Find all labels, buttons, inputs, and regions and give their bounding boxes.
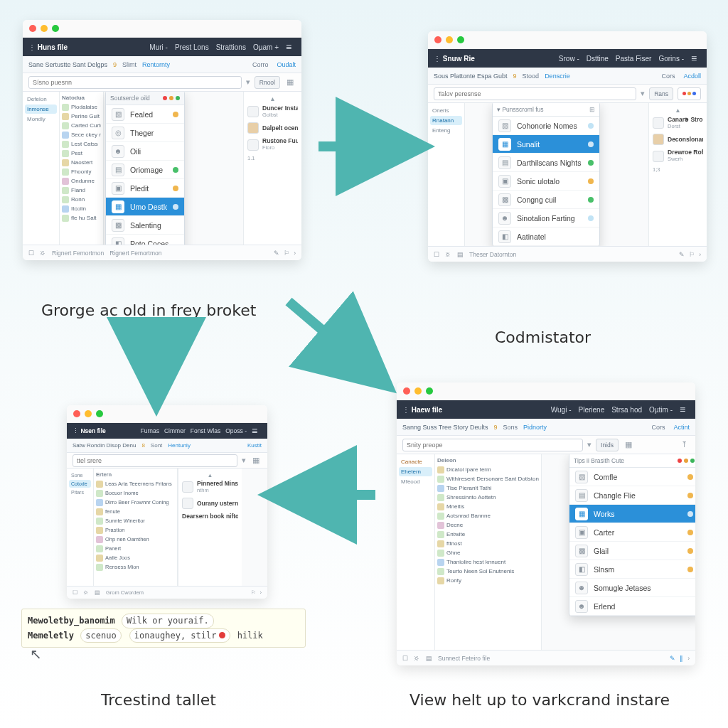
badge-box[interactable] [678, 87, 701, 100]
edit-icon[interactable]: ✎ [274, 250, 279, 257]
dropdown-item-selected[interactable]: ▦Sunalit [493, 135, 599, 154]
tree-row[interactable]: Ghne [437, 548, 539, 557]
nav-item[interactable]: Cimmer [164, 427, 186, 434]
tree-row[interactable]: Thaniolire hest knnuent [437, 557, 539, 567]
tree-row[interactable]: Panert [96, 544, 175, 553]
tree-row[interactable]: Lest Catss [62, 139, 101, 149]
right-row[interactable]: Pinnered Minstocknthm [182, 481, 238, 493]
right-tab[interactable]: Corro [252, 61, 269, 68]
tree-row[interactable]: fttnost [437, 539, 539, 548]
tree-row[interactable]: Withiresent Dersonare Sant Dotiston [437, 474, 539, 483]
tree-row[interactable]: Perine Gult [62, 112, 101, 121]
nav-item[interactable]: Dsttine [587, 55, 609, 63]
tree-row[interactable]: Ohp nen Oamthen [96, 535, 175, 544]
status-icon[interactable]: ☐ [434, 251, 439, 258]
status-icon[interactable]: ⛭ [414, 655, 420, 662]
tree-row[interactable]: Mneitis [437, 502, 539, 511]
menu-icon[interactable]: ⋮ [28, 43, 36, 51]
tree-row[interactable]: Tlse Pieranlt Tathi [437, 483, 539, 493]
lnav-item[interactable]: Defelon [25, 95, 57, 104]
right-row[interactable]: Drewroe RofohlestoSwerh [653, 149, 703, 162]
dropdown-item[interactable]: ▣Sonic ulotalo [493, 172, 599, 191]
tree-row[interactable]: Decne [437, 520, 539, 530]
lnav-item[interactable]: Sone [69, 471, 91, 479]
right-row[interactable]: Ourany usterneor [182, 498, 238, 509]
dropdown-item[interactable]: ☻Somugle Jetases [569, 579, 695, 597]
dropdown-item-selected[interactable]: ▦Umo Destlo [106, 198, 184, 216]
menu-icon[interactable]: ⋮ [73, 427, 79, 434]
tree-row[interactable]: Leas Arta Teeernens Fritans [96, 479, 175, 488]
dropdown-item[interactable]: ◧Poto Coces [106, 235, 184, 245]
hamburger-icon[interactable] [286, 42, 296, 52]
next-icon[interactable]: › [294, 250, 296, 257]
status-icon[interactable]: ☐ [402, 655, 408, 662]
nav-item[interactable]: Fonst Wlas [191, 427, 221, 434]
right-tab[interactable]: Cors [661, 73, 675, 80]
lnav-item[interactable]: Oneris [430, 106, 462, 115]
next-icon[interactable]: › [699, 251, 701, 258]
tree-row[interactable]: fenute [96, 507, 175, 516]
tree-row[interactable]: Bocuor Inome [96, 488, 175, 498]
upload-icon[interactable]: ⤒ [678, 439, 690, 451]
lnav-item[interactable]: Mfeood [399, 477, 432, 486]
dropdown-item[interactable]: ▣Pledit [106, 179, 184, 198]
edit-icon[interactable]: ✎ [679, 251, 685, 258]
lnav-item[interactable]: Pitars [69, 488, 91, 496]
dropdown-item[interactable]: ▩Congng cuil [493, 191, 599, 209]
tree-row[interactable]: Teurto Neen Sol Enutnenis [437, 567, 539, 576]
dropdown-item[interactable]: ▤Oriomage [106, 161, 184, 179]
right-row[interactable]: Dearsern book niftolit [182, 513, 238, 520]
icon[interactable]: ▦ [250, 455, 262, 466]
menu-icon[interactable]: ⋮ [402, 406, 410, 414]
lnav-item-selected[interactable]: Ehetern [399, 467, 432, 476]
dropdown-item[interactable]: ☻Erlend [569, 597, 695, 616]
dropdown-item[interactable]: ▧Cohonorie Nomes [493, 117, 599, 135]
tree-row[interactable]: Prastion [96, 525, 175, 535]
dropdown-item[interactable]: ☻Sinotalion Farting [493, 209, 599, 228]
tree-row[interactable]: Sece ckey nem [62, 130, 101, 139]
lnav-item-selected[interactable]: Inmonse [25, 105, 57, 114]
hamburger-icon[interactable] [252, 426, 262, 436]
flag-icon[interactable]: ⚐ [284, 250, 289, 257]
status-icon[interactable]: ⛭ [40, 250, 46, 257]
nav-item[interactable]: Pleriene [579, 406, 605, 414]
tree-row[interactable]: Ondunne [62, 176, 101, 186]
dropdown-item[interactable]: ▤Changle Flie [569, 486, 695, 505]
tree-row[interactable]: Naostert [62, 158, 101, 167]
right-row[interactable]: Rustone FuuotnucsFloro [247, 138, 298, 151]
lnav-item-selected[interactable]: Cotode [69, 480, 91, 488]
right-tab[interactable]: Cors [651, 424, 665, 431]
status-icon[interactable]: ⛭ [445, 251, 451, 258]
tab[interactable]: Sont [151, 442, 162, 449]
tree-row[interactable]: Piodalaise [62, 102, 101, 112]
tab-active[interactable]: Hentunly [168, 442, 191, 449]
menu-icon[interactable]: ⋮ [434, 55, 441, 63]
nav-item[interactable]: Oposs - [225, 427, 247, 434]
tree-row[interactable]: fle hu Salt [62, 213, 101, 223]
lnav-item[interactable]: Mondly [25, 114, 57, 124]
search-input[interactable] [402, 439, 583, 451]
tab-active[interactable]: Pidnorty [523, 424, 547, 431]
status-icon[interactable]: ☐ [73, 589, 77, 596]
next-icon[interactable]: › [687, 655, 690, 662]
dropdown-item[interactable]: ◎Theger [106, 124, 184, 142]
right-row[interactable]: Canarə StronesDorst [653, 117, 703, 129]
pill-button[interactable]: Inids [596, 439, 619, 451]
nav-item[interactable]: Prest Lons [175, 43, 209, 51]
dropdown-item[interactable]: ▣Carter [569, 523, 695, 542]
right-row[interactable]: Deconslonanet Filios [653, 134, 703, 145]
right-tab[interactable]: Kustit [247, 442, 262, 449]
nav-item[interactable]: Gorins - [658, 55, 684, 63]
grid-icon[interactable]: ▦ [623, 439, 634, 451]
right-tab[interactable]: Oudalt [277, 61, 296, 68]
nav-item[interactable]: Pasta Fiser [616, 55, 652, 63]
nav-item[interactable]: Strattions [216, 43, 246, 51]
tab-active[interactable]: Denscrie [545, 73, 570, 80]
nav-item[interactable]: Srow - [559, 55, 579, 63]
tree-row[interactable]: Pest [62, 149, 101, 158]
hamburger-icon[interactable] [691, 53, 701, 63]
search-input[interactable] [73, 454, 237, 467]
lnav-item-selected[interactable]: Rnatann [430, 116, 462, 125]
tree-row[interactable]: Itcolin [62, 204, 101, 213]
pause-icon[interactable]: ‖ [680, 655, 683, 662]
